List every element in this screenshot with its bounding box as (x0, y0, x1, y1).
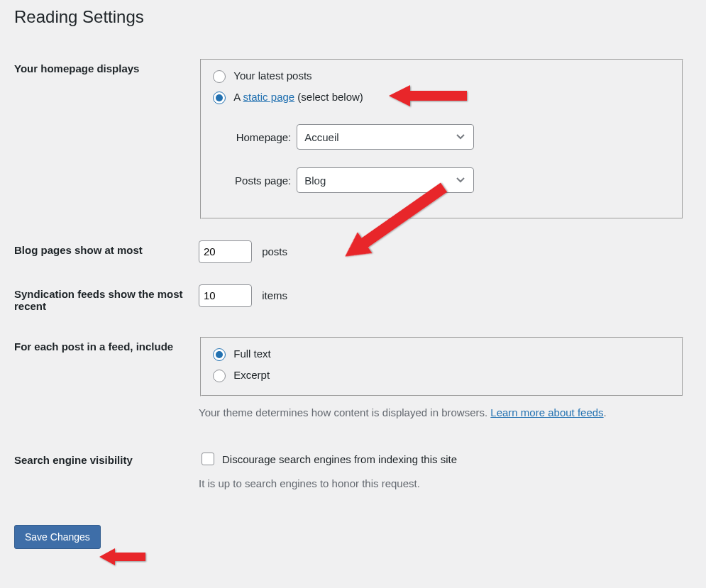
settings-table: Your homepage displays Your latest posts (14, 48, 692, 511)
option-full-text-label[interactable]: Full text (209, 346, 271, 361)
feed-desc-post: . (604, 406, 607, 418)
blog-pages-input[interactable] (199, 240, 252, 263)
homepage-select[interactable]: Accueil (297, 124, 474, 150)
radio-latest-posts[interactable] (213, 70, 226, 83)
search-visibility-heading: Search engine visibility (14, 440, 199, 511)
postspage-select[interactable]: Blog (297, 167, 474, 193)
feed-desc-pre: Your theme determines how content is dis… (199, 406, 490, 418)
feed-description: Your theme determines how content is dis… (199, 406, 685, 418)
static-prefix: A (233, 91, 243, 103)
learn-more-feeds-link[interactable]: Learn more about feeds (490, 406, 603, 418)
search-visibility-label[interactable]: Discourage search engines from indexing … (199, 450, 457, 467)
feed-include-heading: For each post in a feed, include (14, 326, 199, 440)
homepage-select-label: Homepage: (209, 131, 291, 143)
radio-excerpt[interactable] (213, 370, 226, 382)
blog-pages-heading: Blog pages show at most (14, 230, 199, 274)
arrow-annotation-icon (99, 543, 149, 570)
static-suffix: (select below) (294, 91, 363, 103)
syndication-unit: items (262, 289, 287, 301)
static-page-link[interactable]: static page (243, 91, 295, 103)
option-full-text-text: Full text (233, 348, 271, 360)
option-latest-posts-label[interactable]: Your latest posts (209, 68, 311, 83)
option-latest-posts-text: Your latest posts (233, 70, 311, 82)
syndication-input[interactable] (199, 284, 252, 307)
save-changes-button[interactable]: Save Changes (14, 525, 101, 549)
option-excerpt-label[interactable]: Excerpt (209, 367, 270, 382)
discourage-text: Discourage search engines from indexing … (222, 453, 457, 465)
radio-full-text[interactable] (213, 348, 226, 361)
option-static-page-text: A static page (select below) (233, 91, 363, 103)
homepage-displays-heading: Your homepage displays (14, 48, 199, 230)
option-excerpt-text: Excerpt (233, 369, 270, 381)
search-visibility-description: It is up to search engines to honor this… (199, 477, 685, 489)
discourage-checkbox[interactable] (202, 453, 214, 465)
blog-pages-unit: posts (262, 245, 287, 257)
syndication-heading: Syndication feeds show the most recent (14, 274, 199, 326)
homepage-displays-fieldset: Your latest posts A static page (select … (200, 59, 683, 219)
feed-include-fieldset: Full text Excerpt (200, 337, 683, 397)
svg-marker-2 (99, 548, 145, 565)
radio-static-page[interactable] (213, 91, 226, 104)
page-title: Reading Settings (14, 7, 692, 27)
option-static-page-label[interactable]: A static page (select below) (209, 89, 363, 104)
postspage-select-label: Posts page: (209, 174, 291, 187)
